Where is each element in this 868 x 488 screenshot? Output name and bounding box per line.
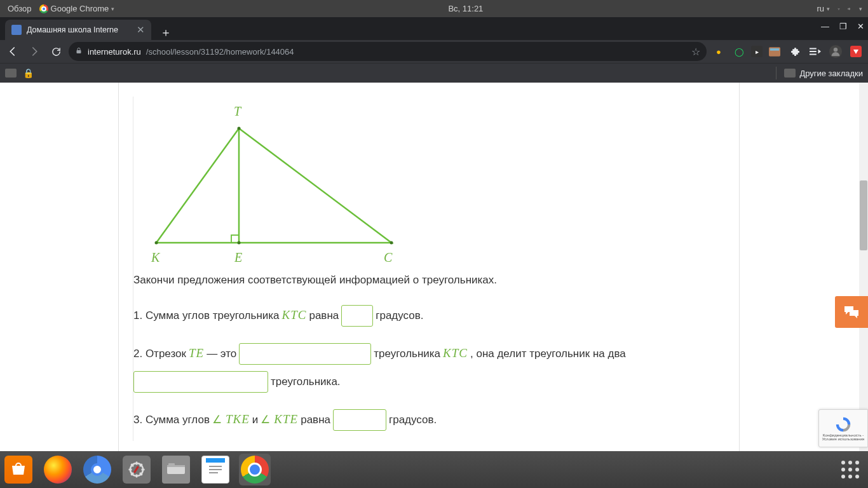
question-2b: треугольника.: [133, 371, 724, 393]
dock-software-center[interactable]: [3, 454, 34, 485]
vertex-label-k: K: [151, 248, 159, 267]
new-tab-button[interactable]: ＋: [151, 25, 180, 40]
ext-icon-3[interactable]: ▸: [751, 46, 763, 57]
svg-rect-2: [77, 50, 81, 53]
svg-rect-23: [209, 472, 218, 473]
address-bar[interactable]: interneturok.ru/school/lesson/31192/home…: [69, 42, 707, 61]
q2-input-2[interactable]: [133, 371, 268, 393]
network-icon[interactable]: [834, 0, 844, 17]
battery-icon[interactable]: ▾: [854, 0, 864, 17]
extensions-button[interactable]: [787, 43, 803, 60]
star-icon[interactable]: ☆: [691, 46, 700, 58]
triangle-figure: T K E C: [137, 97, 404, 262]
svg-point-11: [155, 241, 158, 245]
restore-button[interactable]: ❐: [839, 22, 847, 31]
tab-close-button[interactable]: ✕: [137, 24, 145, 36]
ext-icon-4[interactable]: [766, 43, 783, 60]
keyboard-layout[interactable]: ru▾: [813, 0, 834, 17]
svg-rect-10: [231, 235, 239, 243]
svg-point-12: [238, 127, 241, 130]
ext-badge-icon[interactable]: [848, 43, 864, 60]
tab-title: Домашняя школа Interne: [27, 25, 118, 34]
page-viewport: T K E C Закончи предложения соответствую…: [0, 83, 868, 451]
vertex-label-c: C: [384, 248, 392, 267]
svg-rect-4: [770, 48, 779, 51]
ext-icon-1[interactable]: ●: [710, 43, 727, 60]
instruction-text: Закончи предложения соответствующей инфо…: [133, 272, 724, 288]
svg-rect-18: [168, 463, 175, 466]
angle-icon: ∠: [261, 412, 270, 428]
content-card: T K E C Закончи предложения соответствую…: [118, 83, 740, 451]
scrollbar-thumb[interactable]: [860, 180, 867, 250]
recaptcha-badge[interactable]: Конфиденциальность - Условия использован…: [818, 409, 868, 447]
system-top-panel: Обзор Google Chrome▾ Вс, 11:21 ru▾ ▾: [0, 0, 868, 17]
q1-input[interactable]: [341, 305, 373, 327]
back-button[interactable]: [4, 43, 22, 60]
svg-point-6: [834, 48, 837, 51]
dock: [0, 451, 868, 488]
url-host: interneturok.ru: [88, 47, 141, 57]
svg-rect-20: [206, 458, 225, 463]
q2-input-1[interactable]: [239, 343, 371, 365]
active-app-menu[interactable]: Google Chrome▾: [36, 0, 119, 17]
favicon-icon: [11, 25, 22, 35]
reload-button[interactable]: [47, 43, 65, 60]
clock[interactable]: Вс, 11:21: [444, 0, 487, 17]
browser-tab-strip: Домашняя школа Interne ✕ ＋ — ❐ ✕: [0, 17, 868, 40]
volume-icon[interactable]: [844, 0, 854, 17]
dock-firefox[interactable]: [42, 454, 74, 485]
svg-point-14: [238, 241, 241, 245]
lock-icon: [75, 47, 83, 57]
svg-rect-21: [209, 466, 222, 467]
profile-avatar[interactable]: [827, 43, 844, 60]
window-controls: — ❐ ✕: [821, 22, 864, 31]
overview-button[interactable]: Обзор: [4, 0, 36, 17]
other-bookmarks-label[interactable]: Другие закладки: [799, 69, 863, 78]
bookmark-lock-icon[interactable]: 🔒: [23, 68, 34, 78]
show-applications-button[interactable]: [841, 461, 859, 478]
dock-files[interactable]: [160, 454, 192, 485]
dock-writer[interactable]: [200, 454, 231, 485]
media-control-icon[interactable]: [807, 43, 824, 60]
dock-chromium[interactable]: [81, 454, 113, 485]
chat-button[interactable]: [835, 296, 868, 328]
minimize-button[interactable]: —: [821, 22, 829, 31]
bookmark-folder-icon[interactable]: [5, 69, 17, 78]
question-1: 1. Сумма углов треугольника KTC равна гр…: [133, 305, 724, 327]
svg-rect-22: [209, 469, 222, 470]
browser-toolbar: interneturok.ru/school/lesson/31192/home…: [0, 40, 868, 63]
svg-marker-8: [156, 128, 391, 243]
question-2: 2. Отрезок TE — это треугольника KTC, он…: [133, 343, 724, 365]
dock-settings[interactable]: [121, 454, 153, 485]
dock-chrome[interactable]: [239, 454, 271, 485]
other-bookmarks-folder-icon: [784, 69, 796, 78]
svg-point-13: [390, 241, 393, 245]
forward-button[interactable]: [25, 43, 43, 60]
vertex-label-e: E: [234, 248, 242, 267]
url-path: /school/lesson/31192/homework/144064: [146, 47, 294, 57]
browser-tab[interactable]: Домашняя школа Interne ✕: [5, 20, 151, 40]
ext-icon-2[interactable]: ◯: [731, 43, 747, 60]
close-window-button[interactable]: ✕: [857, 22, 864, 31]
vertex-label-t: T: [234, 102, 241, 121]
angle-icon: ∠: [212, 412, 222, 428]
q3-input[interactable]: [333, 409, 386, 431]
bookmarks-bar: 🔒 Другие закладки: [0, 63, 868, 83]
vertical-scrollbar[interactable]: [859, 83, 868, 451]
question-3: 3. Сумма углов ∠TKE и ∠KTE равна градусо…: [133, 409, 724, 431]
chrome-icon: [39, 4, 48, 13]
